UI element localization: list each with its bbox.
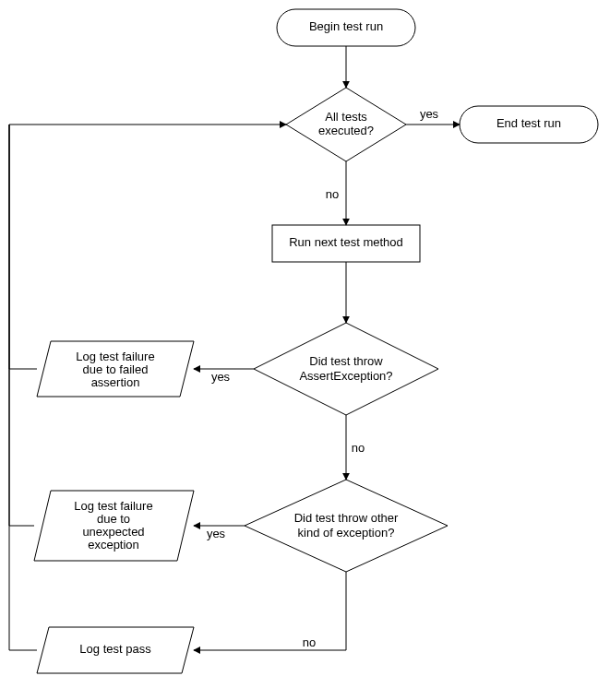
node-end: End test run <box>460 106 598 143</box>
node-log-other-l3: unexpected <box>82 525 144 539</box>
node-log-assert-l2: due to failed <box>83 362 149 376</box>
edge-otherex-logpass-label: no <box>303 635 316 649</box>
node-end-label: End test run <box>496 116 561 130</box>
edge-allexec-end-label: yes <box>420 107 439 121</box>
node-run-next-label: Run next test method <box>289 235 403 249</box>
node-other-ex-l2: kind of exception? <box>298 526 395 540</box>
node-log-other: Log test failure due to unexpected excep… <box>34 491 194 561</box>
node-assert-ex-l2: AssertException? <box>299 369 392 383</box>
node-assert-ex: Did test throw AssertException? <box>254 323 438 415</box>
node-other-ex: Did test throw other kind of exception? <box>245 480 448 572</box>
node-log-pass-label: Log test pass <box>79 642 151 656</box>
node-log-assert-l3: assertion <box>91 375 140 389</box>
node-start: Begin test run <box>277 9 415 46</box>
edge-otherex-logother-label: yes <box>207 527 226 540</box>
node-run-next: Run next test method <box>272 225 420 262</box>
edge-logpass-back <box>9 125 37 650</box>
edge-logother-back <box>9 125 34 526</box>
node-all-exec-l2: executed? <box>318 124 374 137</box>
edge-assertex-otherex-label: no <box>352 441 365 455</box>
edge-logassert-back <box>9 125 286 369</box>
node-log-assert-l1: Log test failure <box>76 350 154 363</box>
node-log-pass: Log test pass <box>37 627 194 673</box>
node-log-assert: Log test failure due to failed assertion <box>37 341 194 397</box>
edge-otherex-logpass <box>194 572 346 650</box>
node-log-other-l4: exception <box>88 538 139 552</box>
node-other-ex-l1: Did test throw other <box>294 511 399 525</box>
node-log-other-l1: Log test failure <box>74 499 152 513</box>
node-start-label: Begin test run <box>309 19 383 33</box>
edge-allexec-runnext-label: no <box>326 187 339 201</box>
node-log-other-l2: due to <box>97 512 130 526</box>
flowchart: Begin test run End test run All tests ex… <box>0 0 610 700</box>
node-all-exec-l1: All tests <box>325 110 367 124</box>
edge-assertex-logassert-label: yes <box>211 370 231 384</box>
node-all-exec: All tests executed? <box>286 88 406 161</box>
node-assert-ex-l1: Did test throw <box>309 354 383 368</box>
